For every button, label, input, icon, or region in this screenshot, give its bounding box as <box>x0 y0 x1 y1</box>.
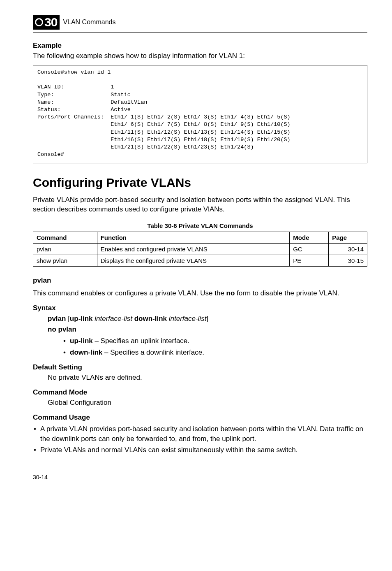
chapter-title: VLAN Commands <box>63 19 115 26</box>
chapter-header: 30 VLAN Commands <box>33 15 367 30</box>
bullet-downlink-rest: – Specifies a downlink interface. <box>102 348 204 356</box>
commands-table: Command Function Mode Page pvlan Enables… <box>33 232 367 267</box>
bullet-uplink-rest: – Specifies an uplink interface. <box>93 337 189 345</box>
example-intro: The following example shows how to displ… <box>33 51 367 61</box>
td-page: 30-14 <box>329 244 367 255</box>
pvlan-description: This command enables or configures a pri… <box>33 289 367 298</box>
td-function: Enables and configured private VLANS <box>97 244 290 255</box>
chapter-number-badge: 30 <box>33 15 60 30</box>
command-mode-heading: Command Mode <box>33 388 367 397</box>
pvlan-desc-bold: no <box>226 289 235 297</box>
syntax-bracket-open: [ <box>66 315 69 323</box>
list-item: Private VLANs and normal VLANs can exist… <box>33 445 367 455</box>
list-item: down-link – Specifies a downlink interfa… <box>62 348 367 357</box>
syntax-block: pvlan [up-link interface-list down-link … <box>48 315 367 357</box>
pvlan-desc-pre: This command enables or configures a pri… <box>33 289 226 297</box>
pvlan-heading: pvlan <box>33 276 367 285</box>
bullet-downlink-b: down-link <box>70 348 102 356</box>
table-header-row: Command Function Mode Page <box>33 232 367 244</box>
list-item: up-link – Specifies an uplink interface. <box>62 336 367 346</box>
example-code-block: Console#show vlan id 1 VLAN ID: 1 Type: … <box>33 65 367 163</box>
usage-bullets: A private VLAN provides port-based secur… <box>33 424 367 455</box>
syntax-iflist-2: interface-list <box>167 315 206 323</box>
syntax-pvlan: pvlan <box>48 315 66 323</box>
command-usage-heading: Command Usage <box>33 413 367 422</box>
td-mode: GC <box>290 244 329 255</box>
th-function: Function <box>97 232 290 244</box>
syntax-no-pvlan: no pvlan <box>48 325 76 333</box>
syntax-bracket-close: ] <box>206 315 208 323</box>
th-page: Page <box>329 232 367 244</box>
syntax-heading: Syntax <box>33 304 367 312</box>
syntax-uplink: up-link <box>70 315 93 323</box>
default-setting-text: No private VLANs are defined. <box>48 373 367 383</box>
th-command: Command <box>33 232 97 244</box>
syntax-line-2: no pvlan <box>48 325 367 334</box>
syntax-downlink: down-link <box>134 315 167 323</box>
page-number: 30-14 <box>33 474 367 480</box>
th-mode: Mode <box>290 232 329 244</box>
pvlan-desc-post: form to disable the private VLAN. <box>235 289 339 297</box>
list-item: A private VLAN provides port-based secur… <box>33 424 367 444</box>
syntax-iflist-1: interface-list <box>93 315 134 323</box>
example-heading: Example <box>33 42 367 50</box>
syntax-line-1: pvlan [up-link interface-list down-link … <box>48 315 367 323</box>
header-rule <box>33 32 367 32</box>
td-command: show pvlan <box>33 255 97 267</box>
default-setting-heading: Default Setting <box>33 363 367 371</box>
td-mode: PE <box>290 255 329 267</box>
syntax-bullets: up-link – Specifies an uplink interface.… <box>62 336 367 357</box>
bullet-uplink-b: up-link <box>70 337 93 345</box>
td-command: pvlan <box>33 244 97 255</box>
table-caption: Table 30-6 Private VLAN Commands <box>33 222 367 229</box>
td-page: 30-15 <box>329 255 367 267</box>
td-function: Displays the configured private VLANS <box>97 255 290 267</box>
command-mode-text: Global Configuration <box>48 398 367 408</box>
section-intro: Private VLANs provide port-based securit… <box>33 195 367 214</box>
table-row: show pvlan Displays the configured priva… <box>33 255 367 267</box>
section-title: Configuring Private VLANs <box>33 176 367 190</box>
table-row: pvlan Enables and configured private VLA… <box>33 244 367 255</box>
